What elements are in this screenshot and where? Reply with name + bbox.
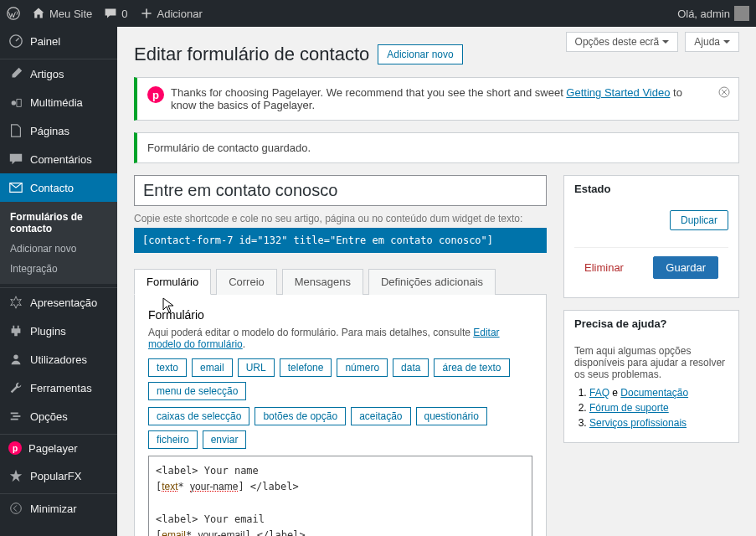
tab-messages[interactable]: Mensagens (282, 269, 363, 295)
menu-label: Contacto (30, 182, 74, 194)
menu-contact[interactable]: Contacto (0, 173, 117, 202)
tag-generator-button[interactable]: telefone (280, 358, 332, 377)
shortcode-hint: Copie este shortcode e cole no seu artig… (134, 213, 547, 224)
tabs: Formulário Correio Mensagens Definições … (134, 268, 547, 295)
submenu-add-new[interactable]: Adicionar novo (0, 239, 117, 259)
menu-pages[interactable]: Páginas (0, 116, 117, 145)
panel-desc-text: Aqui poderá editar o modelo do formulári… (148, 327, 473, 338)
menu-label: Plugins (30, 325, 66, 338)
menu-posts[interactable]: Artigos (0, 59, 117, 88)
help-link[interactable]: Fórum de suporte (589, 402, 669, 414)
help-list-item: FAQ e Documentação (589, 387, 728, 399)
postbox-status: Estado Duplicar Eliminar Guardar (563, 175, 739, 298)
svg-point-2 (12, 100, 16, 105)
help-list-item: Fórum de suporte (589, 402, 728, 414)
admin-bar: Meu Site 0 Adicionar Olá, admin (0, 0, 756, 27)
shortcode-box[interactable]: [contact-form-7 id="132" title="Entre em… (134, 228, 547, 253)
menu-popularfx[interactable]: PopularFX (0, 461, 117, 490)
tab-form[interactable]: Formulário (134, 269, 211, 295)
menu-label: Opções (30, 410, 68, 423)
comments-count: 0 (121, 8, 127, 20)
help-list: FAQ e DocumentaçãoFórum de suporteServiç… (574, 387, 728, 429)
menu-label: Comentários (30, 153, 92, 166)
duplicate-button[interactable]: Duplicar (670, 210, 728, 230)
help-list-item: Serviços profissionais (589, 417, 728, 429)
main-content: Opções deste ecrã Ajuda Editar formulári… (117, 27, 756, 536)
help-link[interactable]: Documentação (620, 387, 688, 399)
site-name-link[interactable]: Meu Site (32, 7, 92, 20)
tab-label: Correio (229, 276, 265, 288)
menu-users[interactable]: Utilizadores (0, 345, 117, 374)
page-title: Editar formulário de contacto (134, 44, 369, 65)
menu-appearance[interactable]: Apresentação (0, 287, 117, 317)
menu-label: Artigos (30, 68, 64, 80)
help-button[interactable]: Ajuda (685, 32, 739, 52)
tab-panel-form: Formulário Aqui poderá editar o modelo d… (134, 295, 547, 536)
add-new-button[interactable]: Adicionar novo (378, 44, 462, 64)
form-template-editor[interactable]: <label> Your name [text* your-name] </la… (148, 456, 532, 536)
tag-generator-button[interactable]: texto (148, 358, 187, 377)
my-account-link[interactable]: Olá, admin (677, 6, 749, 21)
notice-text: Formulário de contacto guardado. (147, 142, 311, 154)
menu-comments[interactable]: Comentários (0, 145, 117, 173)
menu-label: Utilizadores (30, 353, 87, 366)
svg-point-3 (13, 355, 18, 359)
avatar (734, 6, 749, 21)
wp-logo[interactable] (7, 7, 20, 20)
tag-generator-button[interactable]: caixas de selecção (148, 407, 249, 425)
notice-link[interactable]: Getting Started Video (566, 86, 670, 99)
tag-generator-button[interactable]: enviar (203, 430, 247, 449)
dismiss-button[interactable] (718, 86, 730, 100)
submenu-forms[interactable]: Formulários de contacto (0, 207, 117, 239)
comments-link[interactable]: 0 (104, 7, 127, 20)
tab-label: Formulário (147, 276, 198, 288)
tag-generator-button[interactable]: área de texto (434, 358, 509, 377)
notice-pagelayer: p Thanks for choosing Pagelayer. We reco… (134, 77, 739, 121)
menu-label: Pagelayer (28, 442, 78, 455)
menu-plugins[interactable]: Plugins (0, 317, 117, 345)
tag-generator-button[interactable]: número (337, 358, 388, 377)
menu-label: Minimizar (30, 502, 77, 515)
tag-generator-button[interactable]: ficheiro (148, 430, 198, 449)
menu-tools[interactable]: Ferramentas (0, 374, 117, 402)
tab-additional-settings[interactable]: Definições adicionais (368, 269, 496, 295)
chevron-down-icon (662, 40, 669, 47)
menu-media[interactable]: Multimédia (0, 88, 117, 116)
submenu-contact: Formulários de contacto Adicionar novo I… (0, 202, 117, 284)
help-link[interactable]: Serviços profissionais (589, 417, 687, 429)
greeting-text: Olá, admin (677, 8, 730, 20)
tag-generator-button[interactable]: email (192, 358, 233, 377)
tag-generator-button[interactable]: botões de opção (255, 407, 346, 425)
chevron-down-icon (723, 40, 730, 47)
screen-options-button[interactable]: Opções deste ecrã (566, 32, 679, 52)
submenu-integration[interactable]: Integração (0, 259, 117, 279)
add-new-link[interactable]: Adicionar (140, 7, 203, 20)
svg-rect-5 (13, 415, 20, 417)
menu-label: Painel (30, 35, 60, 48)
tag-generator-button[interactable]: questionário (416, 407, 487, 425)
tag-generator-button[interactable]: URL (238, 358, 275, 377)
add-new-text: Adicionar (157, 8, 203, 20)
tag-generator-button[interactable]: data (393, 358, 429, 377)
menu-dashboard[interactable]: Painel (0, 27, 117, 55)
menu-label: Multimédia (30, 96, 83, 109)
menu-collapse[interactable]: Minimizar (0, 493, 117, 523)
tag-generator-button[interactable]: aceitação (351, 407, 410, 425)
form-title-input[interactable] (134, 175, 547, 206)
tag-button-row: textoemailURLtelefonenúmerodataárea de t… (148, 358, 532, 400)
menu-settings[interactable]: Opções (0, 402, 117, 430)
notice-text: Thanks for choosing Pagelayer. We recomm… (171, 86, 566, 99)
postbox-title: Estado (564, 176, 738, 202)
notice-saved: Formulário de contacto guardado. (134, 132, 739, 163)
menu-label: Páginas (30, 125, 69, 137)
submenu-label: Adicionar novo (10, 243, 76, 255)
help-link[interactable]: FAQ (589, 387, 609, 399)
menu-pagelayer[interactable]: p Pagelayer (0, 434, 117, 461)
save-button[interactable]: Guardar (653, 256, 718, 279)
site-name-text: Meu Site (49, 8, 92, 20)
submenu-label: Integração (10, 263, 58, 275)
delete-link[interactable]: Eliminar (584, 261, 624, 274)
tab-mail[interactable]: Correio (216, 269, 277, 295)
screen-options-label: Opções deste ecrã (575, 36, 660, 48)
tag-generator-button[interactable]: menu de selecção (148, 382, 246, 400)
